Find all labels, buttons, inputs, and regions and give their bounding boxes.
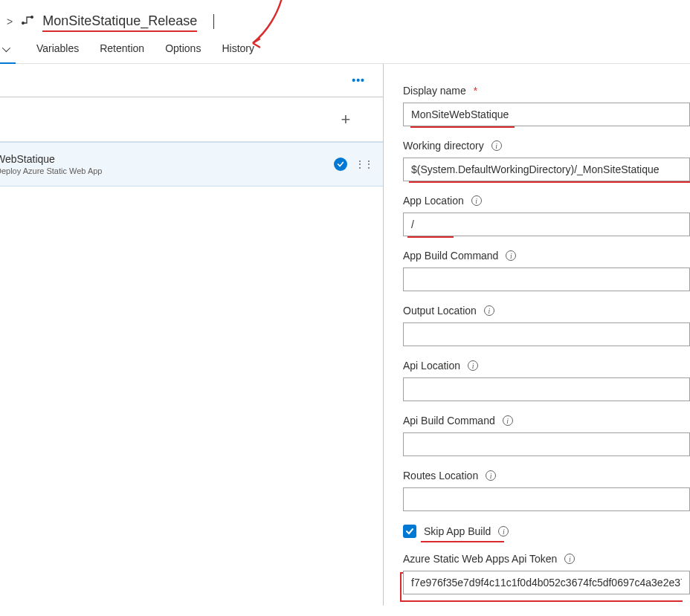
output-location-label: Output Location (403, 305, 477, 317)
api-location-input[interactable] (403, 377, 690, 401)
tabs: s Variables Retention Options History (0, 42, 690, 64)
tab-variables[interactable]: Variables (36, 42, 79, 63)
working-dir-input[interactable] (403, 158, 690, 181)
page-title: MonSiteStatique_Release (42, 13, 197, 29)
more-menu-icon[interactable]: ••• (352, 74, 365, 86)
annotation-underline (410, 126, 515, 128)
app-location-input[interactable] (403, 213, 690, 236)
breadcrumb-separator-icon: > (7, 16, 13, 27)
breadcrumb: s > MonSiteStatique_Release (0, 0, 690, 42)
tasks-pane: ••• + WebStatique Deploy Azure Static We… (0, 64, 384, 606)
routes-location-input[interactable] (403, 487, 690, 511)
title-cursor (213, 14, 214, 29)
info-icon[interactable]: i (506, 250, 516, 261)
add-task-icon[interactable]: + (340, 114, 352, 126)
info-icon[interactable]: i (491, 140, 502, 151)
task-row-selected[interactable]: WebStatique Deploy Azure Static Web App … (0, 142, 383, 187)
output-location-input[interactable] (403, 322, 690, 346)
info-icon[interactable]: i (498, 526, 509, 536)
annotation-underline (409, 181, 690, 183)
task-settings-form: Display name * Working directory i App L… (384, 64, 690, 606)
tab-retention[interactable]: Retention (100, 42, 144, 63)
skip-app-build-label: Skip App Build (424, 525, 491, 537)
annotation-underline (407, 236, 454, 238)
api-build-cmd-label: Api Build Command (403, 415, 495, 427)
task-title: WebStatique (0, 153, 334, 165)
working-dir-label: Working directory (403, 140, 484, 152)
app-location-label: App Location (403, 195, 464, 207)
add-task-row: + (0, 97, 383, 142)
required-marker: * (474, 85, 477, 97)
info-icon[interactable]: i (471, 195, 482, 206)
task-enabled-icon (334, 158, 347, 171)
api-token-input[interactable] (403, 571, 690, 594)
drag-handle-icon[interactable]: ⋮⋮ (355, 158, 373, 170)
info-icon[interactable]: i (468, 360, 478, 371)
app-build-cmd-label: App Build Command (403, 250, 498, 262)
svg-point-0 (22, 22, 25, 25)
tab-history[interactable]: History (222, 42, 254, 63)
info-icon[interactable]: i (484, 305, 494, 316)
svg-point-1 (31, 16, 33, 19)
info-icon[interactable]: i (564, 554, 575, 564)
app-build-cmd-input[interactable] (403, 268, 690, 291)
display-name-label: Display name (403, 85, 466, 97)
tab-tasks[interactable]: s (0, 42, 16, 63)
api-location-label: Api Location (403, 360, 460, 372)
skip-app-build-checkbox[interactable] (403, 525, 416, 538)
info-icon[interactable]: i (503, 415, 513, 426)
chevron-down-icon (2, 44, 10, 52)
task-subtitle: Deploy Azure Static Web App (0, 166, 334, 175)
api-build-cmd-input[interactable] (403, 432, 690, 456)
annotation-underline (421, 541, 504, 542)
tab-options[interactable]: Options (165, 42, 201, 63)
info-icon[interactable]: i (486, 470, 496, 481)
display-name-input[interactable] (403, 103, 690, 126)
pipeline-icon (22, 14, 33, 28)
api-token-label: Azure Static Web Apps Api Token (403, 553, 557, 565)
routes-location-label: Routes Location (403, 470, 478, 482)
